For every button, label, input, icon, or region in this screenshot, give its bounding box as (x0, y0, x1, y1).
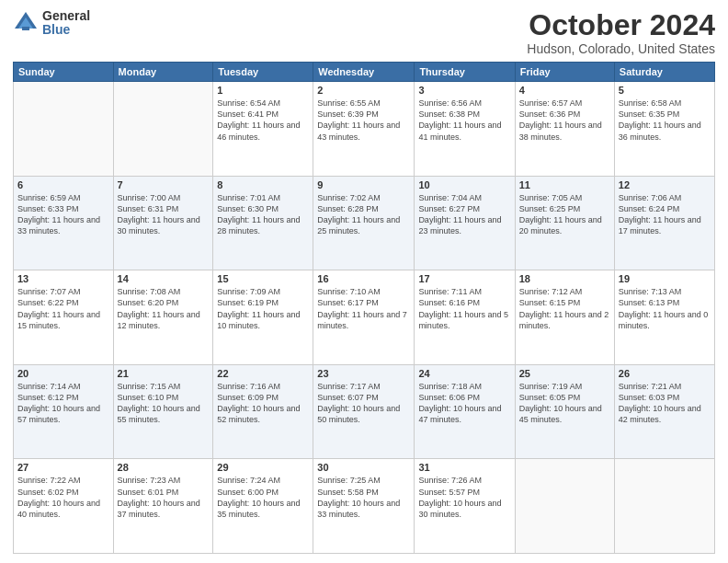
calendar-table: Sunday Monday Tuesday Wednesday Thursday… (13, 62, 715, 554)
day-number: 7 (118, 179, 210, 190)
day-info: Sunrise: 6:57 AM Sunset: 6:36 PM Dayligh… (519, 98, 610, 143)
day-number: 13 (17, 273, 109, 284)
table-row: 11Sunrise: 7:05 AM Sunset: 6:25 PM Dayli… (515, 176, 614, 270)
table-row: 21Sunrise: 7:15 AM Sunset: 6:10 PM Dayli… (113, 364, 213, 459)
day-info: Sunrise: 7:24 AM Sunset: 6:00 PM Dayligh… (217, 475, 309, 520)
day-number: 26 (619, 368, 711, 379)
table-row: 13Sunrise: 7:07 AM Sunset: 6:22 PM Dayli… (14, 270, 114, 365)
table-row: 23Sunrise: 7:17 AM Sunset: 6:07 PM Dayli… (313, 364, 415, 459)
calendar-week-row: 13Sunrise: 7:07 AM Sunset: 6:22 PM Dayli… (14, 270, 715, 365)
header-row: Sunday Monday Tuesday Wednesday Thursday… (14, 63, 715, 82)
col-saturday: Saturday (614, 63, 714, 82)
table-row: 3Sunrise: 6:56 AM Sunset: 6:38 PM Daylig… (415, 82, 515, 177)
day-number: 4 (519, 85, 610, 96)
day-number: 11 (519, 179, 610, 190)
main-title: October 2024 (527, 9, 715, 41)
table-row: 12Sunrise: 7:06 AM Sunset: 6:24 PM Dayli… (614, 176, 714, 270)
day-number: 18 (519, 273, 610, 284)
table-row: 14Sunrise: 7:08 AM Sunset: 6:20 PM Dayli… (113, 270, 213, 365)
table-row: 28Sunrise: 7:23 AM Sunset: 6:01 PM Dayli… (113, 459, 213, 554)
day-number: 5 (619, 85, 711, 96)
header: General Blue October 2024 Hudson, Colora… (13, 9, 715, 56)
day-info: Sunrise: 6:56 AM Sunset: 6:38 PM Dayligh… (418, 98, 510, 143)
day-info: Sunrise: 6:54 AM Sunset: 6:41 PM Dayligh… (217, 98, 309, 143)
table-row (614, 459, 714, 554)
logo-blue-text: Blue (42, 23, 90, 37)
day-info: Sunrise: 6:59 AM Sunset: 6:33 PM Dayligh… (17, 192, 109, 237)
day-info: Sunrise: 7:08 AM Sunset: 6:20 PM Dayligh… (118, 286, 210, 331)
day-info: Sunrise: 7:23 AM Sunset: 6:01 PM Dayligh… (118, 475, 210, 520)
table-row (14, 82, 114, 177)
day-number: 10 (418, 179, 510, 190)
day-info: Sunrise: 7:09 AM Sunset: 6:19 PM Dayligh… (217, 286, 309, 331)
day-info: Sunrise: 7:21 AM Sunset: 6:03 PM Dayligh… (619, 381, 711, 426)
col-monday: Monday (113, 63, 213, 82)
day-info: Sunrise: 7:25 AM Sunset: 5:58 PM Dayligh… (317, 475, 410, 520)
day-info: Sunrise: 7:07 AM Sunset: 6:22 PM Dayligh… (17, 286, 109, 331)
table-row: 19Sunrise: 7:13 AM Sunset: 6:13 PM Dayli… (614, 270, 714, 365)
calendar-week-row: 1Sunrise: 6:54 AM Sunset: 6:41 PM Daylig… (14, 82, 715, 177)
table-row: 1Sunrise: 6:54 AM Sunset: 6:41 PM Daylig… (213, 82, 313, 177)
table-row: 15Sunrise: 7:09 AM Sunset: 6:19 PM Dayli… (213, 270, 313, 365)
day-number: 27 (17, 462, 109, 473)
logo-text: General Blue (42, 9, 90, 38)
logo: General Blue (13, 9, 90, 38)
day-number: 19 (619, 273, 711, 284)
page: General Blue October 2024 Hudson, Colora… (0, 0, 728, 563)
table-row: 4Sunrise: 6:57 AM Sunset: 6:36 PM Daylig… (515, 82, 614, 177)
table-row: 9Sunrise: 7:02 AM Sunset: 6:28 PM Daylig… (313, 176, 415, 270)
day-number: 15 (217, 273, 309, 284)
table-row: 8Sunrise: 7:01 AM Sunset: 6:30 PM Daylig… (213, 176, 313, 270)
col-wednesday: Wednesday (313, 63, 415, 82)
day-info: Sunrise: 7:13 AM Sunset: 6:13 PM Dayligh… (619, 286, 711, 331)
table-row: 16Sunrise: 7:10 AM Sunset: 6:17 PM Dayli… (313, 270, 415, 365)
col-sunday: Sunday (14, 63, 114, 82)
day-info: Sunrise: 7:05 AM Sunset: 6:25 PM Dayligh… (519, 192, 610, 237)
day-info: Sunrise: 7:22 AM Sunset: 6:02 PM Dayligh… (17, 475, 109, 520)
day-info: Sunrise: 7:10 AM Sunset: 6:17 PM Dayligh… (317, 286, 410, 331)
table-row (113, 82, 213, 177)
table-row: 29Sunrise: 7:24 AM Sunset: 6:00 PM Dayli… (213, 459, 313, 554)
svg-rect-2 (22, 27, 29, 30)
day-number: 30 (317, 462, 410, 473)
day-info: Sunrise: 7:17 AM Sunset: 6:07 PM Dayligh… (317, 381, 410, 426)
col-friday: Friday (515, 63, 614, 82)
table-row: 2Sunrise: 6:55 AM Sunset: 6:39 PM Daylig… (313, 82, 415, 177)
col-tuesday: Tuesday (213, 63, 313, 82)
day-info: Sunrise: 7:12 AM Sunset: 6:15 PM Dayligh… (519, 286, 610, 331)
day-info: Sunrise: 7:01 AM Sunset: 6:30 PM Dayligh… (217, 192, 309, 237)
table-row: 24Sunrise: 7:18 AM Sunset: 6:06 PM Dayli… (415, 364, 515, 459)
day-info: Sunrise: 7:19 AM Sunset: 6:05 PM Dayligh… (519, 381, 610, 426)
day-info: Sunrise: 7:15 AM Sunset: 6:10 PM Dayligh… (118, 381, 210, 426)
table-row: 25Sunrise: 7:19 AM Sunset: 6:05 PM Dayli… (515, 364, 614, 459)
day-info: Sunrise: 7:04 AM Sunset: 6:27 PM Dayligh… (418, 192, 510, 237)
table-row: 26Sunrise: 7:21 AM Sunset: 6:03 PM Dayli… (614, 364, 714, 459)
col-thursday: Thursday (415, 63, 515, 82)
day-number: 1 (217, 85, 309, 96)
table-row: 5Sunrise: 6:58 AM Sunset: 6:35 PM Daylig… (614, 82, 714, 177)
day-number: 8 (217, 179, 309, 190)
table-row: 7Sunrise: 7:00 AM Sunset: 6:31 PM Daylig… (113, 176, 213, 270)
day-info: Sunrise: 7:06 AM Sunset: 6:24 PM Dayligh… (619, 192, 711, 237)
day-info: Sunrise: 7:02 AM Sunset: 6:28 PM Dayligh… (317, 192, 410, 237)
table-row: 18Sunrise: 7:12 AM Sunset: 6:15 PM Dayli… (515, 270, 614, 365)
day-info: Sunrise: 7:11 AM Sunset: 6:16 PM Dayligh… (418, 286, 510, 331)
logo-icon (13, 10, 39, 36)
day-number: 2 (317, 85, 410, 96)
calendar-week-row: 27Sunrise: 7:22 AM Sunset: 6:02 PM Dayli… (14, 459, 715, 554)
day-number: 6 (17, 179, 109, 190)
day-number: 21 (118, 368, 210, 379)
day-info: Sunrise: 7:26 AM Sunset: 5:57 PM Dayligh… (418, 475, 510, 520)
day-number: 23 (317, 368, 410, 379)
subtitle: Hudson, Colorado, United States (527, 41, 715, 56)
day-info: Sunrise: 6:58 AM Sunset: 6:35 PM Dayligh… (619, 98, 711, 143)
title-block: October 2024 Hudson, Colorado, United St… (527, 9, 715, 56)
day-info: Sunrise: 6:55 AM Sunset: 6:39 PM Dayligh… (317, 98, 410, 143)
calendar-week-row: 6Sunrise: 6:59 AM Sunset: 6:33 PM Daylig… (14, 176, 715, 270)
day-number: 24 (418, 368, 510, 379)
calendar-week-row: 20Sunrise: 7:14 AM Sunset: 6:12 PM Dayli… (14, 364, 715, 459)
day-number: 25 (519, 368, 610, 379)
day-number: 3 (418, 85, 510, 96)
day-number: 16 (317, 273, 410, 284)
table-row: 20Sunrise: 7:14 AM Sunset: 6:12 PM Dayli… (14, 364, 114, 459)
